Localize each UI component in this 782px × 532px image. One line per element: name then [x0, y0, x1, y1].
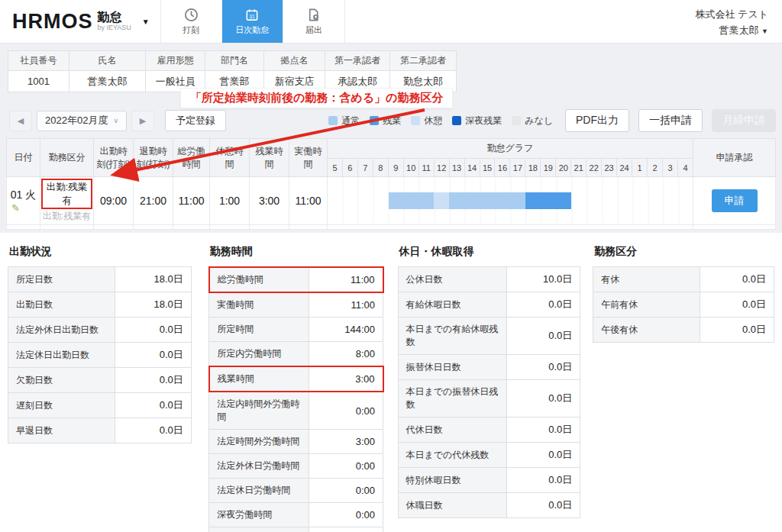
table-row: 休職日数0.0日: [398, 493, 580, 518]
table-row: 午後有休0.0日: [593, 318, 774, 343]
date-label: 01 火: [11, 189, 36, 201]
table-row: 法定休日出勤日数0.0日: [8, 343, 192, 368]
tab-label: 打刻: [183, 24, 199, 36]
col-header: 第二承認者: [390, 51, 457, 71]
employee-info-table: 社員番号 氏名 雇用形態 部門名 拠点名 第一承認者 第二承認者 1001 営業…: [8, 50, 457, 92]
brand-wordmark: HRMOS: [12, 10, 93, 34]
col-header: 拠点名: [264, 51, 325, 71]
section-title: 勤務時間: [210, 245, 384, 259]
monthly-close-button: 月締申請: [712, 109, 776, 132]
table-row: 遅刻日数0.0日: [8, 393, 192, 418]
month-label: 2022年02月度: [45, 114, 108, 127]
employee-number: 1001: [8, 71, 69, 92]
table-row: 有休0.0日: [593, 267, 774, 292]
attendance-status-section: 出勤状況 所定日数18.0日 出勤日数18.0日 法定外休日出勤日数0.0日 法…: [8, 243, 192, 443]
pdf-export-button[interactable]: PDF出力: [565, 109, 629, 132]
attendance-header-row: 日付 勤務区分 出勤時刻(打刻) 退勤時刻(打刻) 総労働時間 休憩時間 残業時…: [7, 139, 776, 159]
table-row: 法定時間外労働時間3:00: [209, 430, 383, 454]
approval-cell: 申請: [693, 177, 776, 225]
legend-item-deemed: みなし: [512, 114, 553, 127]
schedule-register-button[interactable]: 予定登録: [165, 110, 226, 131]
attendance-graph-bar: [328, 177, 693, 225]
user-name: 営業太郎: [719, 24, 758, 36]
legend-item-normal: 通常: [328, 114, 360, 127]
col-header-work-type: 勤務区分: [40, 139, 94, 177]
col-header-total: 総労働時間: [173, 139, 210, 177]
table-row-highlighted: 残業時間3:00: [209, 366, 383, 392]
col-header-actual: 実働時間: [289, 139, 328, 177]
work-categories-section: 勤務区分 有休0.0日 午前有休0.0日 午後有休0.0日: [593, 243, 774, 343]
legend-item-late-night: 深夜残業: [452, 114, 502, 127]
table-row: 遅刻時間0:00: [209, 527, 383, 532]
holidays-table: 公休日数10.0日 有給休暇日数0.0日 本日までの有給休暇残数0.0日 振替休…: [398, 266, 581, 518]
product-name: 勤怠: [98, 11, 131, 24]
legend-item-overtime: 残業: [370, 114, 401, 127]
prev-month-button[interactable]: ◀: [9, 111, 32, 131]
user-menu-caret-icon: ▼: [761, 27, 768, 35]
table-row: 代休日数0.0日: [398, 418, 580, 443]
table-row: 早退日数0.0日: [8, 418, 192, 443]
clock-icon: [184, 7, 199, 22]
account-area: 株式会社 テスト 営業太郎 ▼: [695, 0, 782, 43]
tab-label: 届出: [305, 24, 322, 36]
legend-chip-late-night: [452, 116, 461, 125]
section-title: 勤務区分: [594, 245, 774, 259]
app-window: HRMOS 勤怠 by IEYASU ▼ 打刻 31 日次勤怠: [0, 0, 782, 532]
user-menu[interactable]: 営業太郎 ▼: [695, 22, 768, 38]
work-categories-table: 有休0.0日 午前有休0.0日 午後有休0.0日: [593, 266, 774, 343]
next-month-button[interactable]: ▶: [131, 111, 154, 131]
total-hours-cell: 11:00: [173, 177, 210, 225]
toolbar: ◀ 2022年02月度 ∨ ▶ 予定登録 通常 残業 休憩 深夜残業 みなし P…: [9, 109, 776, 132]
logo: HRMOS 勤怠 by IEYASU ▼: [0, 0, 160, 43]
tab-report[interactable]: 届出: [283, 0, 344, 43]
document-upload-icon: [306, 7, 321, 22]
tab-clock-in[interactable]: 打刻: [161, 0, 222, 43]
graph-segment-通常: [449, 192, 525, 209]
top-bar: HRMOS 勤怠 by IEYASU ▼ 打刻 31 日次勤怠: [0, 0, 782, 44]
section-title: 休日・休暇取得: [399, 245, 581, 259]
date-cell: 01 火 ✎: [7, 177, 40, 225]
col-header-date: 日付: [7, 139, 40, 177]
graph-segment-残業: [525, 192, 571, 209]
table-row: 本日までの振替休日残数0.0日: [398, 380, 580, 418]
work-hours-table: 総労働時間11:00 実働時間11:00 所定時間144:00 所定内労働時間8…: [208, 266, 384, 532]
work-type-value-highlighted: 出勤:残業有: [41, 179, 92, 209]
svg-text:31: 31: [250, 13, 256, 18]
graph-segment-休憩: [434, 192, 449, 209]
col-header: 社員番号: [8, 51, 69, 71]
table-row: 深夜労働時間0:00: [209, 503, 383, 527]
table-row: 振替休日日数0.0日: [398, 355, 580, 380]
graph-legend: 通常 残業 休憩 深夜残業 みなし: [328, 114, 553, 127]
col-header-graph: 勤怠グラフ: [328, 139, 693, 159]
tab-daily-attendance[interactable]: 31 日次勤怠: [222, 0, 283, 43]
apply-button[interactable]: 申請: [712, 189, 758, 212]
table-row: 所定内労働時間8:00: [209, 342, 383, 367]
month-selector[interactable]: 2022年02月度 ∨: [37, 111, 127, 131]
section-title: 出勤状況: [9, 245, 192, 259]
col-header: 雇用形態: [146, 51, 205, 71]
employee-name: 営業太郎: [69, 71, 146, 92]
col-header-clock-in: 出勤時刻(打刻): [94, 139, 134, 177]
attendance-table-wrap: 日付 勤務区分 出勤時刻(打刻) 退勤時刻(打刻) 総労働時間 休憩時間 残業時…: [6, 138, 776, 230]
attendance-status-table: 所定日数18.0日 出勤日数18.0日 法定外休日出勤日数0.0日 法定休日出勤…: [8, 266, 192, 443]
attendance-day-row: 01 火 ✎ 出勤:残業有 出勤:残業有 09:00 21:00 11:00 1…: [7, 177, 776, 225]
legend-chip-normal: [328, 116, 338, 125]
table-row-highlighted: 総労働時間11:00: [209, 267, 383, 292]
table-row: 特別休暇日数0.0日: [398, 468, 580, 493]
table-row: 法定休日労働時間0:00: [209, 479, 383, 503]
work-hours-section: 勤務時間 総労働時間11:00 実働時間11:00 所定時間144:00 所定内…: [208, 243, 384, 532]
bulk-apply-button[interactable]: 一括申請: [638, 109, 703, 132]
break-hours-cell: 1:00: [210, 177, 250, 225]
brand-byline: by IEYASU: [98, 24, 131, 31]
table-row: 所定日数18.0日: [8, 267, 192, 292]
edit-pencil-icon[interactable]: ✎: [7, 203, 40, 213]
legend-item-break: 休憩: [411, 114, 442, 127]
logo-menu-caret-icon[interactable]: ▼: [142, 18, 150, 26]
actual-hours-cell: 11:00: [289, 177, 328, 225]
table-row: 欠勤日数0.0日: [8, 368, 192, 393]
work-type-sub-value: 出勤:残業有: [41, 210, 92, 223]
legend-chip-deemed: [512, 116, 521, 125]
clock-in-cell: 09:00: [94, 177, 134, 225]
main-nav: 打刻 31 日次勤怠 届出: [160, 0, 345, 43]
table-row: 所定時間144:00: [209, 318, 383, 342]
